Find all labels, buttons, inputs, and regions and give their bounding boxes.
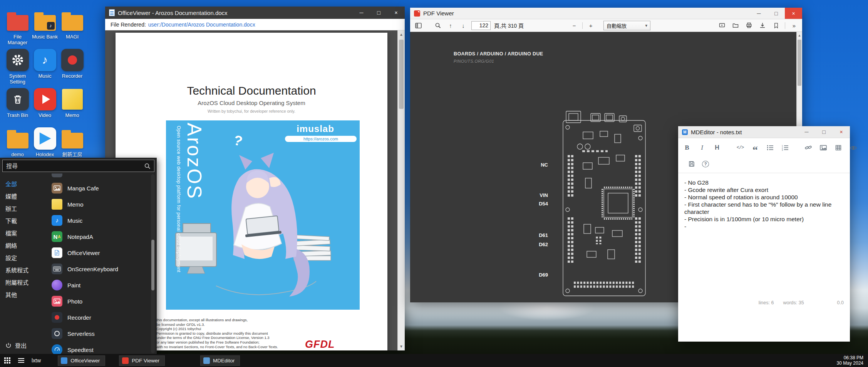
code-button[interactable]: </> [737, 143, 744, 152]
app-label: Memo [67, 201, 84, 208]
app-item-music[interactable]: ♪ Music [52, 212, 147, 229]
paint-palette-icon [52, 280, 62, 290]
officeviewer-minimize-button[interactable]: ─ [353, 7, 370, 19]
desktop-icon-magi[interactable]: MAGI [59, 8, 86, 48]
category-network[interactable]: 網絡 [5, 239, 48, 251]
app-item-onscreenkeyboard[interactable]: OnScreenKeyboard [52, 261, 147, 277]
app-item-photo[interactable]: Photo [52, 293, 147, 309]
table-button[interactable] [835, 143, 842, 152]
heading-button[interactable]: H [714, 143, 721, 152]
image-button[interactable] [820, 143, 827, 152]
link-button[interactable] [805, 143, 812, 152]
desktop-icon-file-manager[interactable]: File Manager [4, 8, 31, 48]
zoom-select[interactable]: 自動縮放 ▾ [603, 21, 650, 30]
category-files[interactable]: 檔案 [5, 227, 48, 239]
desktop-icon-music[interactable]: ♪ Music [31, 48, 59, 87]
desktop-icon-memo[interactable]: Memo [59, 87, 86, 126]
zoom-out-icon[interactable]: − [570, 20, 579, 30]
officeviewer-titlebar[interactable]: OfficeViewer - Arozos Documentation.docx… [105, 7, 405, 19]
category-download[interactable]: 下載 [5, 214, 48, 227]
scroll-down-icon[interactable]: ▼ [399, 342, 403, 350]
category-all[interactable]: 全部 [5, 177, 48, 190]
scrollbar-thumb[interactable] [399, 40, 404, 109]
category-others[interactable]: 其他 [5, 288, 48, 300]
pdfviewer-maximize-button[interactable]: □ [767, 8, 785, 19]
menu-button[interactable] [15, 354, 28, 367]
app-label: Paint [67, 282, 80, 289]
unordered-list-button[interactable] [767, 143, 774, 152]
scroll-up-icon[interactable]: ▲ [798, 32, 801, 39]
mdeditor-titlebar[interactable]: M MDEditor - notes.txt ─ □ × [678, 126, 850, 138]
scrollbar-thumb[interactable] [798, 40, 801, 86]
folder-icon [7, 133, 28, 148]
app-icon [52, 173, 62, 177]
page-number-input[interactable] [471, 21, 491, 30]
download-icon[interactable] [758, 20, 767, 30]
hero-tagline: Open source web desktop platform for per… [176, 126, 181, 272]
more-tools-icon[interactable]: » [789, 20, 799, 30]
desktop-icon-system-setting[interactable]: System Setting [4, 48, 31, 87]
open-file-icon[interactable] [731, 20, 740, 30]
officeviewer-scrollbar[interactable]: ▲ ▼ [397, 30, 405, 350]
taskbar-clock[interactable]: 06:38 PM 30 May 2024 [837, 355, 868, 366]
ordered-list-button[interactable]: 123 [782, 143, 789, 152]
preview-eye-button[interactable] [850, 143, 857, 152]
bookmark-icon[interactable] [771, 20, 781, 30]
save-button[interactable] [688, 160, 695, 168]
bold-button[interactable]: B [684, 143, 690, 152]
memo-note-icon [62, 89, 83, 110]
mdeditor-minimize-button[interactable]: ─ [798, 126, 815, 138]
italic-button[interactable]: I [699, 143, 705, 152]
desktop-icon-trash-bin[interactable]: Trash Bin [4, 87, 31, 126]
markdown-editor-textarea[interactable]: - No G28 - Gcode rewrite after Cura exor… [678, 173, 844, 230]
category-media[interactable]: 媒體 [5, 190, 48, 202]
app-list-scrollbar[interactable] [151, 174, 155, 353]
mdeditor-close-button[interactable]: × [833, 126, 850, 138]
start-button[interactable] [0, 354, 15, 367]
app-item-notepada[interactable]: NA NotepadA [52, 229, 147, 245]
next-page-icon[interactable]: ↓ [459, 20, 468, 30]
pdfviewer-close-button[interactable]: × [785, 8, 802, 19]
help-button[interactable]: ? [702, 161, 709, 167]
search-icon[interactable] [433, 20, 442, 30]
taskbar-item-officeviewer[interactable]: OfficeViewer [58, 355, 105, 366]
sidebar-toggle-icon[interactable] [414, 20, 423, 30]
app-item-paint[interactable]: Paint [52, 277, 147, 293]
cover-illustration-panel: Open source web desktop platform for per… [166, 120, 360, 310]
blockquote-button[interactable]: “ [752, 143, 759, 152]
category-office[interactable]: 辦工 [5, 202, 48, 214]
app-item-memo[interactable]: Memo [52, 196, 147, 212]
desktop-icon-video[interactable]: Video [31, 87, 59, 126]
app-item-serverless[interactable]: Serverless [52, 325, 147, 342]
pdfviewer-minimize-button[interactable]: ─ [750, 8, 767, 19]
desktop-icon-recorder[interactable]: Recorder [59, 48, 86, 87]
category-settings[interactable]: 設定 [5, 251, 48, 264]
search-input[interactable] [6, 163, 144, 169]
scroll-up-icon[interactable]: ▲ [399, 30, 403, 38]
start-menu-search-box[interactable] [2, 160, 154, 172]
logout-button[interactable]: 登出 [5, 341, 48, 349]
app-item-officeviewer[interactable]: OfficeViewer [52, 245, 147, 261]
category-system-programs[interactable]: 系統程式 [5, 264, 48, 276]
scrollbar-thumb[interactable] [151, 240, 154, 290]
category-accessories[interactable]: 附屬程式 [5, 276, 48, 288]
previous-page-icon[interactable]: ↑ [446, 20, 455, 30]
app-item-manga-cafe[interactable]: Manga Cafe [52, 180, 147, 196]
document-subtitle: ArozOS Cloud Desktop Operating System [116, 100, 387, 106]
app-item-partial[interactable] [52, 173, 147, 180]
toolbar-divider [582, 22, 583, 29]
print-icon[interactable] [744, 20, 754, 30]
desktop-icon-music-bank[interactable]: ♪ Music Bank [31, 8, 59, 48]
pdfviewer-titlebar[interactable]: PDF Viewer ─ □ × [410, 8, 802, 19]
app-item-recorder[interactable]: Recorder [52, 309, 147, 325]
officeviewer-close-button[interactable]: × [387, 7, 405, 19]
taskbar-item-mdeditor[interactable]: MDEditor [200, 355, 240, 366]
presentation-mode-icon[interactable] [717, 20, 727, 30]
mdeditor-maximize-button[interactable]: □ [815, 126, 833, 138]
taskbar-item-pdf-viewer[interactable]: PDF Viewer [119, 355, 165, 366]
rendered-file-link[interactable]: user:/Document/Arozos Documentation.docx [148, 22, 255, 28]
app-item-speedtest[interactable]: Speedtest [52, 342, 147, 354]
zoom-in-icon[interactable]: + [586, 20, 595, 30]
status-cursor-position: 0.0 [837, 300, 844, 305]
officeviewer-maximize-button[interactable]: □ [370, 7, 387, 19]
